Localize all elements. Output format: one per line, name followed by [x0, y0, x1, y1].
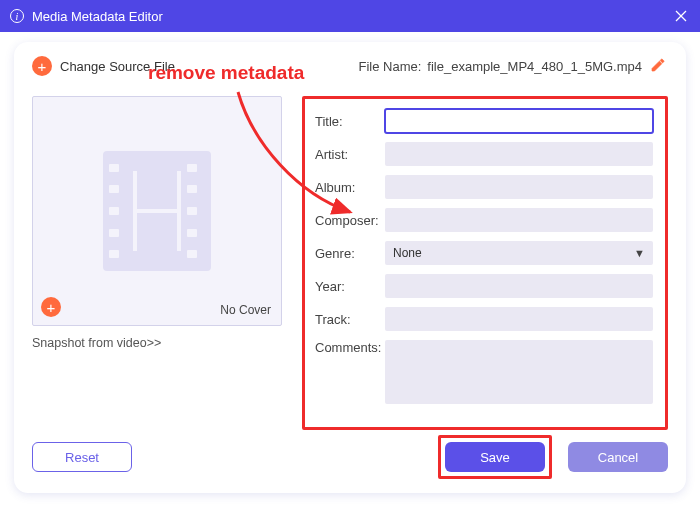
comments-label: Comments: — [315, 340, 385, 355]
title-label: Title: — [315, 114, 385, 129]
save-button[interactable]: Save — [445, 442, 545, 472]
file-name-label: File Name: — [359, 59, 422, 74]
top-row: + Change Source File File Name: file_exa… — [32, 56, 668, 76]
pencil-icon — [650, 57, 666, 73]
reset-button[interactable]: Reset — [32, 442, 132, 472]
close-icon — [675, 10, 687, 22]
title-input[interactable] — [385, 109, 653, 133]
button-row: Reset Save Cancel — [32, 435, 668, 479]
change-source-label: Change Source File — [60, 59, 175, 74]
track-label: Track: — [315, 312, 385, 327]
file-name-value: file_example_MP4_480_1_5MG.mp4 — [427, 59, 642, 74]
year-label: Year: — [315, 279, 385, 294]
change-source-button[interactable]: + — [32, 56, 52, 76]
editor-card: + Change Source File File Name: file_exa… — [14, 42, 686, 493]
edit-filename-button[interactable] — [650, 57, 668, 75]
snapshot-link[interactable]: Snapshot from video>> — [32, 336, 302, 350]
titlebar: i Media Metadata Editor — [0, 0, 700, 32]
genre-select[interactable]: None ▼ — [385, 241, 653, 265]
window-title: Media Metadata Editor — [32, 9, 163, 24]
genre-label: Genre: — [315, 246, 385, 261]
form-annotation-border: Title: Artist: Album: Composer: Genre: N… — [302, 96, 668, 430]
chevron-down-icon: ▼ — [634, 247, 645, 259]
cover-column: + No Cover Snapshot from video>> — [32, 96, 302, 430]
info-icon: i — [10, 9, 24, 23]
artist-label: Artist: — [315, 147, 385, 162]
cover-preview: + No Cover — [32, 96, 282, 326]
no-cover-label: No Cover — [220, 303, 271, 317]
film-placeholder-icon — [103, 151, 211, 271]
track-input[interactable] — [385, 307, 653, 331]
cancel-button[interactable]: Cancel — [568, 442, 668, 472]
composer-input[interactable] — [385, 208, 653, 232]
artist-input[interactable] — [385, 142, 653, 166]
add-cover-button[interactable]: + — [41, 297, 61, 317]
year-input[interactable] — [385, 274, 653, 298]
form-column: Title: Artist: Album: Composer: Genre: N… — [302, 96, 668, 430]
window-close-button[interactable] — [672, 7, 690, 25]
composer-label: Composer: — [315, 213, 385, 228]
save-annotation-border: Save — [438, 435, 552, 479]
album-label: Album: — [315, 180, 385, 195]
genre-value: None — [393, 246, 422, 260]
album-input[interactable] — [385, 175, 653, 199]
comments-input[interactable] — [385, 340, 653, 404]
